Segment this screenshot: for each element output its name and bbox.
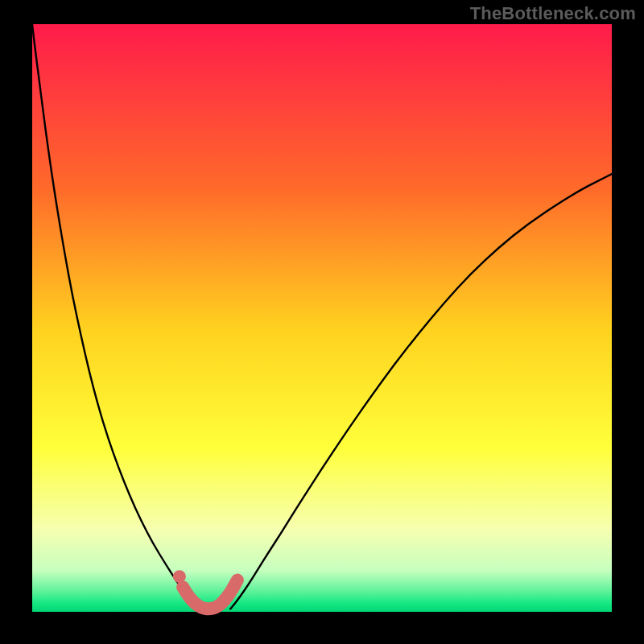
bottleneck-chart xyxy=(0,0,644,644)
plot-background xyxy=(32,24,612,612)
chart-frame: TheBottleneck.com xyxy=(0,0,644,644)
watermark-text: TheBottleneck.com xyxy=(470,3,636,24)
highlight-dot xyxy=(173,570,186,583)
